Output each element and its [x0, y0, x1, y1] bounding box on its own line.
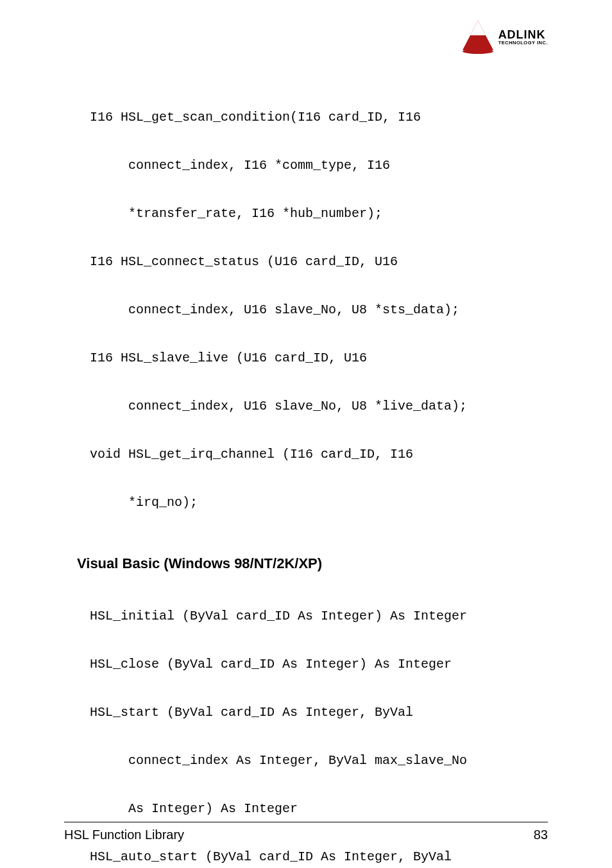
code-line: void HSL_get_irq_channel (I16 card_ID, I… — [90, 446, 548, 462]
c-code-block: I16 HSL_get_scan_condition(I16 card_ID, … — [90, 77, 548, 542]
svg-marker-1 — [470, 21, 486, 35]
code-line: connect_index, U16 slave_No, U8 *sts_dat… — [90, 302, 548, 318]
adlink-triangle-icon — [459, 19, 497, 55]
page-content: I16 HSL_get_scan_condition(I16 card_ID, … — [64, 19, 548, 868]
brand-name-line1: ADLINK — [498, 29, 548, 40]
code-line: connect_index As Integer, ByVal max_slav… — [90, 752, 548, 768]
code-line: HSL_close (ByVal card_ID As Integer) As … — [90, 656, 548, 672]
code-line: *transfer_rate, I16 *hub_number); — [90, 205, 548, 221]
code-line: As Integer) As Integer — [90, 801, 548, 817]
brand-name-line2: TECHNOLOGY INC. — [498, 40, 548, 46]
code-line: I16 HSL_slave_live (U16 card_ID, U16 — [90, 350, 548, 366]
brand-logo: ADLINK TECHNOLOGY INC. — [459, 19, 548, 55]
code-line: I16 HSL_get_scan_condition(I16 card_ID, … — [90, 109, 548, 125]
code-line: HSL_initial (ByVal card_ID As Integer) A… — [90, 608, 548, 624]
page-footer: HSL Function Library 83 — [64, 822, 548, 842]
code-line: connect_index, I16 *comm_type, I16 — [90, 157, 548, 173]
code-line: *irq_no); — [90, 494, 548, 510]
code-line: HSL_start (ByVal card_ID As Integer, ByV… — [90, 704, 548, 720]
page-number: 83 — [534, 828, 548, 842]
code-line: I16 HSL_connect_status (U16 card_ID, U16 — [90, 254, 548, 270]
svg-point-3 — [463, 49, 493, 54]
brand-name: ADLINK TECHNOLOGY INC. — [498, 29, 548, 46]
vb-heading: Visual Basic (Windows 98/NT/2K/XP) — [77, 555, 548, 572]
footer-title: HSL Function Library — [64, 828, 184, 842]
code-line: HSL_auto_start (ByVal card_ID As Integer… — [90, 849, 548, 865]
code-line: connect_index, U16 slave_No, U8 *live_da… — [90, 398, 548, 414]
